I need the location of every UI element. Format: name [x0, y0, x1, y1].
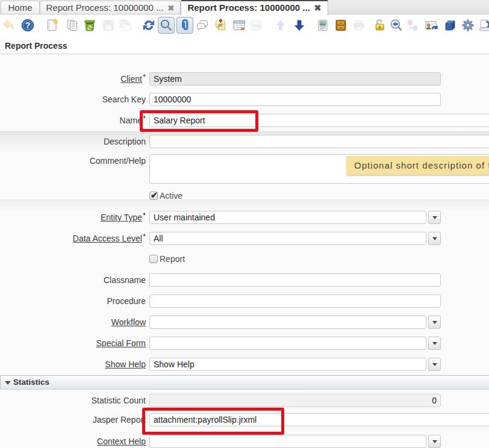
special-form-dropdown-icon[interactable] — [428, 337, 441, 350]
refresh-icon[interactable] — [142, 18, 156, 33]
row-active: Active — [0, 191, 489, 201]
classname-label: Classname — [0, 273, 146, 287]
save-create-icon — [118, 18, 132, 33]
lock-icon[interactable] — [372, 18, 387, 33]
detail-record-icon[interactable] — [292, 18, 307, 33]
workflow-label[interactable]: Workflow — [0, 316, 146, 329]
jasper-report-label: Jasper Report — [0, 413, 146, 426]
description-field[interactable] — [149, 135, 489, 148]
attachment-icon[interactable] — [176, 17, 193, 34]
search-key-label: Search Key — [0, 93, 146, 106]
show-help-label[interactable]: Show Help — [0, 358, 146, 371]
special-form-field[interactable] — [149, 337, 426, 350]
svg-text:?: ? — [25, 20, 31, 30]
context-help-dropdown-icon[interactable] — [428, 435, 441, 448]
new-record-icon[interactable] — [45, 18, 60, 33]
tab-report-process-2[interactable]: Report Process: 10000000 ...✖ — [181, 0, 328, 16]
statistic-count-field — [149, 394, 441, 407]
field-tooltip: Optional short description of the record — [346, 156, 489, 175]
context-help-field[interactable] — [149, 435, 426, 448]
chat-icon[interactable] — [195, 18, 210, 33]
entity-type-dropdown-icon[interactable] — [428, 211, 441, 224]
classname-field[interactable] — [149, 273, 441, 287]
product-info-icon[interactable] — [442, 18, 456, 33]
tab-bar: Home Report Process: 10000000 ...✖ Repor… — [0, 0, 489, 14]
row-report: Report — [0, 254, 489, 264]
name-label: Name* — [0, 114, 146, 128]
entity-type-field[interactable] — [149, 211, 426, 224]
client-field — [149, 72, 441, 86]
undo-icon — [1, 18, 16, 33]
copy-record-icon[interactable] — [65, 18, 79, 33]
collapse-triangle-icon[interactable] — [5, 381, 11, 385]
report-label: Report — [160, 254, 185, 264]
requests-icon[interactable] — [424, 18, 438, 33]
name-field[interactable] — [149, 114, 489, 127]
show-help-dropdown-icon[interactable] — [428, 358, 441, 371]
archive-icon[interactable] — [334, 18, 348, 33]
quick-form-icon — [249, 18, 263, 33]
report-icon[interactable] — [316, 18, 330, 33]
active-label: Active — [160, 191, 182, 201]
jasper-report-field[interactable] — [149, 413, 489, 426]
window-title: Report Process — [5, 41, 67, 51]
zoom-across-icon[interactable] — [389, 18, 403, 33]
grid-toggle-icon[interactable] — [232, 18, 246, 33]
description-label: Description — [0, 135, 146, 148]
search-key-field[interactable] — [149, 93, 441, 106]
close-tab-icon[interactable]: ✖ — [314, 3, 322, 13]
entity-type-label[interactable]: Entity Type* — [0, 211, 146, 225]
workflow-field[interactable] — [149, 316, 426, 329]
note-icon[interactable] — [213, 18, 228, 33]
data-access-level-label[interactable]: Data Access Level* — [0, 232, 146, 246]
statistic-count-label: Statistic Count — [0, 394, 146, 407]
statistics-group-label: Statistics — [13, 378, 49, 387]
report-checkbox[interactable] — [149, 255, 158, 263]
comment-help-label: Comment/Help — [0, 154, 146, 167]
find-icon[interactable] — [158, 17, 175, 34]
save-icon — [101, 18, 116, 33]
preferences-icon[interactable] — [461, 18, 475, 33]
export-icon[interactable] — [478, 18, 489, 33]
print-icon — [352, 18, 366, 33]
close-tab-icon[interactable]: ✖ — [168, 4, 175, 13]
procedure-field[interactable] — [149, 294, 441, 308]
context-help-label[interactable]: Context Help — [0, 435, 146, 448]
workflow-dropdown-icon[interactable] — [428, 316, 441, 329]
parent-record-icon — [273, 18, 288, 33]
statistics-group-header[interactable]: Statistics — [0, 375, 489, 390]
show-help-field[interactable] — [149, 358, 426, 371]
help-icon[interactable]: ? — [20, 18, 35, 33]
data-access-level-field[interactable] — [149, 232, 426, 245]
toolbar: ? — [0, 15, 489, 35]
special-form-label[interactable]: Special Form — [0, 337, 146, 350]
row-shade-band — [0, 199, 489, 211]
delete-record-icon[interactable] — [83, 18, 97, 33]
procedure-label: Procedure — [0, 294, 146, 308]
tab-report-process-1[interactable]: Report Process: 10000000 ...✖ — [40, 1, 181, 14]
tab-home[interactable]: Home — [1, 1, 40, 14]
data-access-level-dropdown-icon[interactable] — [428, 232, 441, 245]
form-area: Client* Search Key Name* Description Com… — [0, 54, 489, 448]
client-label[interactable]: Client* — [0, 72, 146, 86]
workflow-icon — [405, 18, 420, 33]
active-checkbox[interactable] — [149, 191, 158, 200]
